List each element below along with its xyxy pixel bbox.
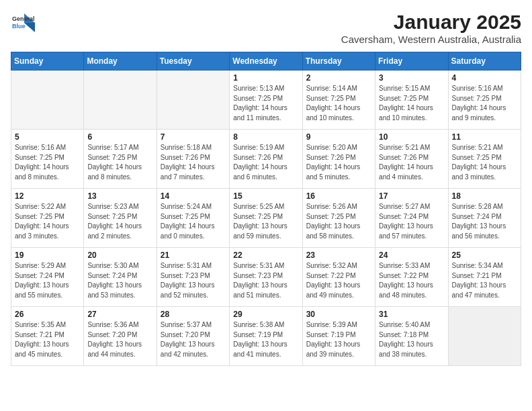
calendar-cell: 7Sunrise: 5:18 AM Sunset: 7:26 PM Daylig… (157, 130, 229, 189)
calendar-week-3: 12Sunrise: 5:22 AM Sunset: 7:25 PM Dayli… (11, 189, 521, 248)
calendar-cell: 15Sunrise: 5:25 AM Sunset: 7:25 PM Dayli… (230, 189, 302, 248)
day-detail: Sunrise: 5:19 AM Sunset: 7:26 PM Dayligh… (233, 143, 298, 182)
calendar-cell: 19Sunrise: 5:29 AM Sunset: 7:24 PM Dayli… (11, 248, 84, 307)
day-detail: Sunrise: 5:24 AM Sunset: 7:25 PM Dayligh… (161, 202, 226, 241)
calendar-cell: 4Sunrise: 5:16 AM Sunset: 7:25 PM Daylig… (448, 71, 521, 130)
day-number: 10 (379, 132, 444, 142)
calendar-table: SundayMondayTuesdayWednesdayThursdayFrid… (11, 52, 521, 366)
day-number: 1 (233, 73, 298, 83)
day-detail: Sunrise: 5:30 AM Sunset: 7:24 PM Dayligh… (87, 261, 152, 300)
calendar-header-sunday: Sunday (11, 52, 84, 71)
calendar-header-row: SundayMondayTuesdayWednesdayThursdayFrid… (11, 52, 521, 71)
calendar-header-monday: Monday (84, 52, 157, 71)
day-detail: Sunrise: 5:29 AM Sunset: 7:24 PM Dayligh… (15, 261, 80, 300)
day-number: 23 (306, 250, 371, 260)
page-subtitle: Caversham, Western Australia, Australia (341, 34, 521, 45)
day-detail: Sunrise: 5:21 AM Sunset: 7:25 PM Dayligh… (452, 143, 517, 182)
day-number: 25 (452, 250, 517, 260)
calendar-cell: 24Sunrise: 5:33 AM Sunset: 7:22 PM Dayli… (375, 248, 448, 307)
calendar-cell: 6Sunrise: 5:17 AM Sunset: 7:25 PM Daylig… (84, 130, 157, 189)
day-detail: Sunrise: 5:26 AM Sunset: 7:25 PM Dayligh… (306, 202, 371, 241)
calendar-cell: 21Sunrise: 5:31 AM Sunset: 7:23 PM Dayli… (157, 248, 229, 307)
day-detail: Sunrise: 5:17 AM Sunset: 7:25 PM Dayligh… (87, 143, 152, 182)
calendar-cell: 17Sunrise: 5:27 AM Sunset: 7:24 PM Dayli… (375, 189, 448, 248)
calendar-week-4: 19Sunrise: 5:29 AM Sunset: 7:24 PM Dayli… (11, 248, 521, 307)
svg-text:Blue: Blue (12, 23, 26, 30)
calendar-cell: 2Sunrise: 5:14 AM Sunset: 7:25 PM Daylig… (302, 71, 375, 130)
calendar-cell: 23Sunrise: 5:32 AM Sunset: 7:22 PM Dayli… (302, 248, 375, 307)
day-number: 2 (306, 73, 371, 83)
day-detail: Sunrise: 5:16 AM Sunset: 7:25 PM Dayligh… (452, 84, 517, 123)
calendar-cell: 8Sunrise: 5:19 AM Sunset: 7:26 PM Daylig… (230, 130, 302, 189)
day-detail: Sunrise: 5:27 AM Sunset: 7:24 PM Dayligh… (379, 202, 444, 241)
day-detail: Sunrise: 5:16 AM Sunset: 7:25 PM Dayligh… (15, 143, 80, 182)
day-number: 28 (161, 310, 226, 319)
logo-icon: General Blue (11, 11, 35, 35)
logo: General Blue (11, 11, 35, 35)
page-header: General Blue January 2025 Caversham, Wes… (11, 11, 521, 45)
day-number: 24 (379, 250, 444, 260)
day-number: 15 (233, 191, 298, 201)
day-detail: Sunrise: 5:21 AM Sunset: 7:26 PM Dayligh… (379, 143, 444, 182)
day-detail: Sunrise: 5:23 AM Sunset: 7:25 PM Dayligh… (87, 202, 152, 241)
day-number: 5 (15, 132, 80, 142)
calendar-cell: 29Sunrise: 5:38 AM Sunset: 7:19 PM Dayli… (230, 307, 302, 366)
calendar-cell (448, 307, 521, 366)
day-number: 12 (15, 191, 80, 201)
day-detail: Sunrise: 5:14 AM Sunset: 7:25 PM Dayligh… (306, 84, 371, 123)
day-number: 26 (15, 310, 80, 319)
calendar-cell: 28Sunrise: 5:37 AM Sunset: 7:20 PM Dayli… (157, 307, 229, 366)
calendar-cell: 20Sunrise: 5:30 AM Sunset: 7:24 PM Dayli… (84, 248, 157, 307)
day-detail: Sunrise: 5:34 AM Sunset: 7:21 PM Dayligh… (452, 261, 517, 300)
calendar-cell: 25Sunrise: 5:34 AM Sunset: 7:21 PM Dayli… (448, 248, 521, 307)
day-detail: Sunrise: 5:22 AM Sunset: 7:25 PM Dayligh… (15, 202, 80, 241)
calendar-cell: 16Sunrise: 5:26 AM Sunset: 7:25 PM Dayli… (302, 189, 375, 248)
day-detail: Sunrise: 5:40 AM Sunset: 7:18 PM Dayligh… (379, 320, 444, 359)
day-detail: Sunrise: 5:32 AM Sunset: 7:22 PM Dayligh… (306, 261, 371, 300)
day-number: 6 (87, 132, 152, 142)
day-number: 27 (87, 310, 152, 319)
day-number: 16 (306, 191, 371, 201)
calendar-cell: 31Sunrise: 5:40 AM Sunset: 7:18 PM Dayli… (375, 307, 448, 366)
day-detail: Sunrise: 5:36 AM Sunset: 7:20 PM Dayligh… (87, 320, 152, 359)
day-number: 3 (379, 73, 444, 83)
calendar-cell (11, 71, 84, 130)
day-detail: Sunrise: 5:38 AM Sunset: 7:19 PM Dayligh… (233, 320, 298, 359)
day-detail: Sunrise: 5:31 AM Sunset: 7:23 PM Dayligh… (161, 261, 226, 300)
day-detail: Sunrise: 5:25 AM Sunset: 7:25 PM Dayligh… (233, 202, 298, 241)
calendar-cell: 13Sunrise: 5:23 AM Sunset: 7:25 PM Dayli… (84, 189, 157, 248)
day-number: 17 (379, 191, 444, 201)
calendar-header-wednesday: Wednesday (230, 52, 302, 71)
day-detail: Sunrise: 5:37 AM Sunset: 7:20 PM Dayligh… (161, 320, 226, 359)
calendar-cell: 30Sunrise: 5:39 AM Sunset: 7:19 PM Dayli… (302, 307, 375, 366)
calendar-cell: 22Sunrise: 5:31 AM Sunset: 7:23 PM Dayli… (230, 248, 302, 307)
day-number: 20 (87, 250, 152, 260)
day-detail: Sunrise: 5:35 AM Sunset: 7:21 PM Dayligh… (15, 320, 80, 359)
day-number: 18 (452, 191, 517, 201)
day-number: 9 (306, 132, 371, 142)
calendar-cell: 9Sunrise: 5:20 AM Sunset: 7:26 PM Daylig… (302, 130, 375, 189)
calendar-cell: 3Sunrise: 5:15 AM Sunset: 7:25 PM Daylig… (375, 71, 448, 130)
day-number: 30 (306, 310, 371, 319)
day-number: 31 (379, 310, 444, 319)
day-number: 8 (233, 132, 298, 142)
day-number: 19 (15, 250, 80, 260)
page-title: January 2025 (341, 11, 521, 34)
day-detail: Sunrise: 5:13 AM Sunset: 7:25 PM Dayligh… (233, 84, 298, 123)
day-detail: Sunrise: 5:33 AM Sunset: 7:22 PM Dayligh… (379, 261, 444, 300)
day-detail: Sunrise: 5:15 AM Sunset: 7:25 PM Dayligh… (379, 84, 444, 123)
calendar-week-1: 1Sunrise: 5:13 AM Sunset: 7:25 PM Daylig… (11, 71, 521, 130)
svg-text:General: General (12, 15, 35, 22)
day-detail: Sunrise: 5:31 AM Sunset: 7:23 PM Dayligh… (233, 261, 298, 300)
calendar-header-thursday: Thursday (302, 52, 375, 71)
calendar-cell: 14Sunrise: 5:24 AM Sunset: 7:25 PM Dayli… (157, 189, 229, 248)
title-block: January 2025 Caversham, Western Australi… (341, 11, 521, 45)
calendar-cell: 26Sunrise: 5:35 AM Sunset: 7:21 PM Dayli… (11, 307, 84, 366)
day-number: 13 (87, 191, 152, 201)
calendar-week-5: 26Sunrise: 5:35 AM Sunset: 7:21 PM Dayli… (11, 307, 521, 366)
day-number: 7 (161, 132, 226, 142)
calendar-cell: 11Sunrise: 5:21 AM Sunset: 7:25 PM Dayli… (448, 130, 521, 189)
day-detail: Sunrise: 5:39 AM Sunset: 7:19 PM Dayligh… (306, 320, 371, 359)
calendar-cell: 18Sunrise: 5:28 AM Sunset: 7:24 PM Dayli… (448, 189, 521, 248)
calendar-cell: 10Sunrise: 5:21 AM Sunset: 7:26 PM Dayli… (375, 130, 448, 189)
